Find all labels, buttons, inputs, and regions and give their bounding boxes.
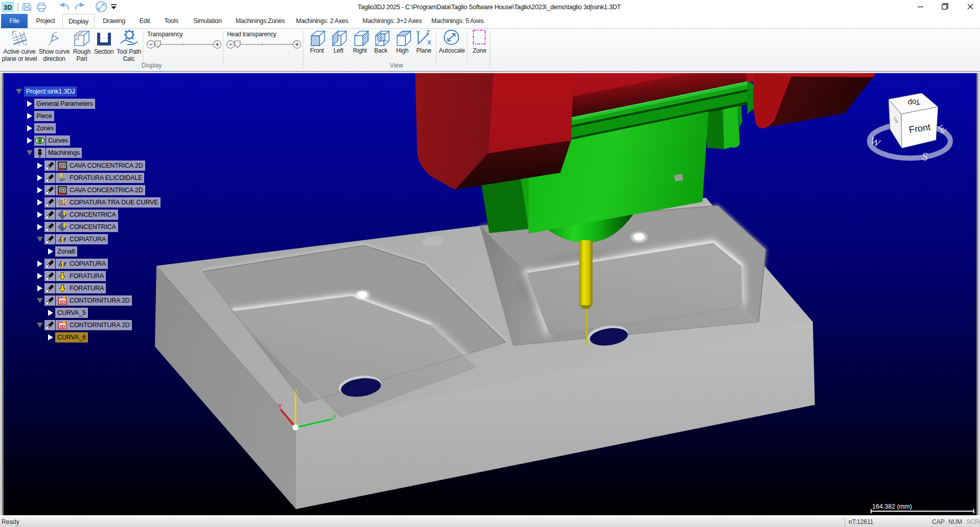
svg-text:Head transparency: Head transparency bbox=[227, 31, 277, 38]
svg-text:Transparency: Transparency bbox=[147, 31, 183, 38]
svg-text:Y: Y bbox=[11, 30, 14, 35]
svg-text:X: X bbox=[427, 39, 431, 45]
svg-text:Z: Z bbox=[426, 29, 430, 35]
svg-text:3D: 3D bbox=[4, 4, 12, 11]
svg-text:Y: Y bbox=[416, 30, 420, 36]
svg-text:x: x bbox=[25, 41, 27, 47]
svg-text:z: z bbox=[21, 32, 24, 37]
svg-text:Taglio3DJ 2025 - C:\ProgramDat: Taglio3DJ 2025 - C:\ProgramData\Taglio S… bbox=[358, 4, 621, 11]
